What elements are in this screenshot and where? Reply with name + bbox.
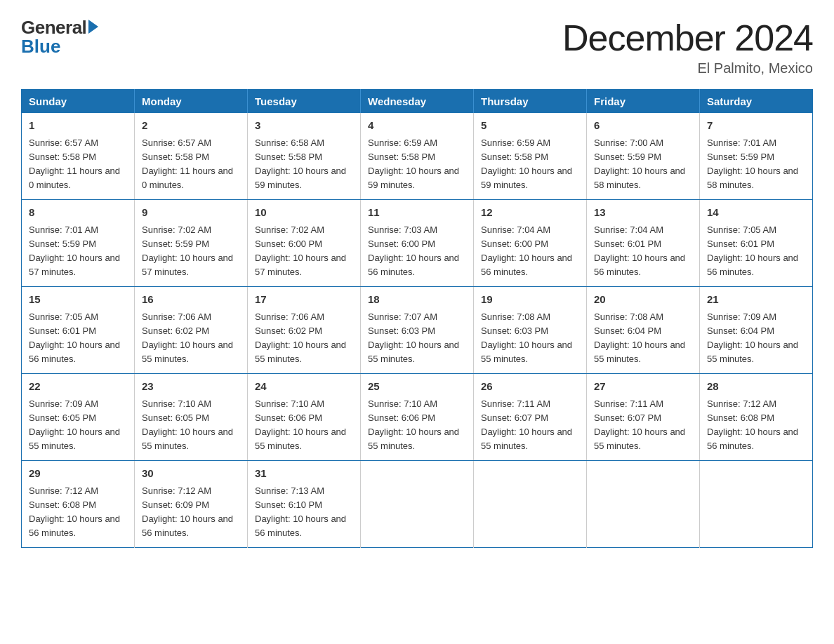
day-number: 10 — [255, 205, 353, 221]
day-number: 28 — [707, 379, 805, 395]
week-row-3: 15 Sunrise: 7:05 AMSunset: 6:01 PMDaylig… — [22, 287, 813, 374]
header-friday: Friday — [587, 90, 700, 114]
day-cell: 7 Sunrise: 7:01 AMSunset: 5:59 PMDayligh… — [700, 113, 813, 200]
day-cell: 11 Sunrise: 7:03 AMSunset: 6:00 PMDaylig… — [361, 200, 474, 287]
day-cell: 2 Sunrise: 6:57 AMSunset: 5:58 PMDayligh… — [135, 113, 248, 200]
day-cell: 30 Sunrise: 7:12 AMSunset: 6:09 PMDaylig… — [135, 461, 248, 548]
day-info: Sunrise: 6:59 AMSunset: 5:58 PMDaylight:… — [368, 136, 466, 193]
week-row-1: 1 Sunrise: 6:57 AMSunset: 5:58 PMDayligh… — [22, 113, 813, 200]
day-info: Sunrise: 7:07 AMSunset: 6:03 PMDaylight:… — [368, 310, 466, 367]
day-cell: 24 Sunrise: 7:10 AMSunset: 6:06 PMDaylig… — [248, 374, 361, 461]
day-number: 1 — [29, 118, 127, 134]
week-row-4: 22 Sunrise: 7:09 AMSunset: 6:05 PMDaylig… — [22, 374, 813, 461]
day-cell: 10 Sunrise: 7:02 AMSunset: 6:00 PMDaylig… — [248, 200, 361, 287]
day-cell: 8 Sunrise: 7:01 AMSunset: 5:59 PMDayligh… — [22, 200, 135, 287]
day-info: Sunrise: 6:59 AMSunset: 5:58 PMDaylight:… — [481, 136, 579, 193]
day-cell: 4 Sunrise: 6:59 AMSunset: 5:58 PMDayligh… — [361, 113, 474, 200]
day-cell — [474, 461, 587, 548]
day-info: Sunrise: 6:58 AMSunset: 5:58 PMDaylight:… — [255, 136, 353, 193]
day-number: 31 — [255, 466, 353, 482]
day-info: Sunrise: 6:57 AMSunset: 5:58 PMDaylight:… — [29, 136, 127, 193]
day-cell: 19 Sunrise: 7:08 AMSunset: 6:03 PMDaylig… — [474, 287, 587, 374]
header-tuesday: Tuesday — [248, 90, 361, 114]
day-info: Sunrise: 7:11 AMSunset: 6:07 PMDaylight:… — [594, 397, 692, 454]
day-cell: 14 Sunrise: 7:05 AMSunset: 6:01 PMDaylig… — [700, 200, 813, 287]
day-cell — [700, 461, 813, 548]
week-row-5: 29 Sunrise: 7:12 AMSunset: 6:08 PMDaylig… — [22, 461, 813, 548]
day-info: Sunrise: 7:09 AMSunset: 6:04 PMDaylight:… — [707, 310, 805, 367]
day-cell — [587, 461, 700, 548]
day-info: Sunrise: 7:03 AMSunset: 6:00 PMDaylight:… — [368, 223, 466, 280]
day-number: 19 — [481, 292, 579, 308]
day-info: Sunrise: 7:02 AMSunset: 5:59 PMDaylight:… — [142, 223, 240, 280]
day-number: 5 — [481, 118, 579, 134]
day-info: Sunrise: 7:09 AMSunset: 6:05 PMDaylight:… — [29, 397, 127, 454]
logo: General Blue — [21, 17, 98, 58]
day-cell: 23 Sunrise: 7:10 AMSunset: 6:05 PMDaylig… — [135, 374, 248, 461]
day-number: 17 — [255, 292, 353, 308]
day-info: Sunrise: 7:08 AMSunset: 6:03 PMDaylight:… — [481, 310, 579, 367]
day-info: Sunrise: 7:04 AMSunset: 6:00 PMDaylight:… — [481, 223, 579, 280]
day-info: Sunrise: 7:06 AMSunset: 6:02 PMDaylight:… — [142, 310, 240, 367]
day-number: 16 — [142, 292, 240, 308]
day-cell: 15 Sunrise: 7:05 AMSunset: 6:01 PMDaylig… — [22, 287, 135, 374]
day-cell: 25 Sunrise: 7:10 AMSunset: 6:06 PMDaylig… — [361, 374, 474, 461]
header-thursday: Thursday — [474, 90, 587, 114]
day-number: 25 — [368, 379, 466, 395]
day-cell: 27 Sunrise: 7:11 AMSunset: 6:07 PMDaylig… — [587, 374, 700, 461]
day-cell: 12 Sunrise: 7:04 AMSunset: 6:00 PMDaylig… — [474, 200, 587, 287]
day-cell — [361, 461, 474, 548]
day-number: 7 — [707, 118, 805, 134]
day-number: 27 — [594, 379, 692, 395]
day-cell: 21 Sunrise: 7:09 AMSunset: 6:04 PMDaylig… — [700, 287, 813, 374]
header-wednesday: Wednesday — [361, 90, 474, 114]
day-info: Sunrise: 7:10 AMSunset: 6:06 PMDaylight:… — [368, 397, 466, 454]
day-cell: 13 Sunrise: 7:04 AMSunset: 6:01 PMDaylig… — [587, 200, 700, 287]
day-info: Sunrise: 7:00 AMSunset: 5:59 PMDaylight:… — [594, 136, 692, 193]
day-number: 4 — [368, 118, 466, 134]
day-number: 2 — [142, 118, 240, 134]
day-number: 3 — [255, 118, 353, 134]
page-header: General Blue December 2024 El Palmito, M… — [21, 17, 813, 76]
day-number: 14 — [707, 205, 805, 221]
day-info: Sunrise: 7:12 AMSunset: 6:08 PMDaylight:… — [29, 484, 127, 541]
week-row-2: 8 Sunrise: 7:01 AMSunset: 5:59 PMDayligh… — [22, 200, 813, 287]
day-info: Sunrise: 7:08 AMSunset: 6:04 PMDaylight:… — [594, 310, 692, 367]
day-cell: 20 Sunrise: 7:08 AMSunset: 6:04 PMDaylig… — [587, 287, 700, 374]
day-info: Sunrise: 7:05 AMSunset: 6:01 PMDaylight:… — [707, 223, 805, 280]
day-number: 21 — [707, 292, 805, 308]
day-info: Sunrise: 7:02 AMSunset: 6:00 PMDaylight:… — [255, 223, 353, 280]
day-number: 24 — [255, 379, 353, 395]
day-number: 6 — [594, 118, 692, 134]
day-info: Sunrise: 7:11 AMSunset: 6:07 PMDaylight:… — [481, 397, 579, 454]
day-cell: 18 Sunrise: 7:07 AMSunset: 6:03 PMDaylig… — [361, 287, 474, 374]
day-info: Sunrise: 7:10 AMSunset: 6:06 PMDaylight:… — [255, 397, 353, 454]
day-info: Sunrise: 6:57 AMSunset: 5:58 PMDaylight:… — [142, 136, 240, 193]
day-cell: 26 Sunrise: 7:11 AMSunset: 6:07 PMDaylig… — [474, 374, 587, 461]
day-number: 22 — [29, 379, 127, 395]
day-number: 18 — [368, 292, 466, 308]
logo-blue-text: Blue — [21, 36, 60, 58]
month-title: December 2024 — [562, 17, 813, 59]
day-cell: 22 Sunrise: 7:09 AMSunset: 6:05 PMDaylig… — [22, 374, 135, 461]
day-number: 8 — [29, 205, 127, 221]
location-subtitle: El Palmito, Mexico — [562, 60, 813, 76]
header-sunday: Sunday — [22, 90, 135, 114]
day-info: Sunrise: 7:12 AMSunset: 6:09 PMDaylight:… — [142, 484, 240, 541]
day-cell: 6 Sunrise: 7:00 AMSunset: 5:59 PMDayligh… — [587, 113, 700, 200]
day-cell: 9 Sunrise: 7:02 AMSunset: 5:59 PMDayligh… — [135, 200, 248, 287]
day-cell: 29 Sunrise: 7:12 AMSunset: 6:08 PMDaylig… — [22, 461, 135, 548]
day-cell: 28 Sunrise: 7:12 AMSunset: 6:08 PMDaylig… — [700, 374, 813, 461]
day-cell: 16 Sunrise: 7:06 AMSunset: 6:02 PMDaylig… — [135, 287, 248, 374]
calendar-header-row: SundayMondayTuesdayWednesdayThursdayFrid… — [22, 90, 813, 114]
day-number: 13 — [594, 205, 692, 221]
header-saturday: Saturday — [700, 90, 813, 114]
header-monday: Monday — [135, 90, 248, 114]
day-number: 20 — [594, 292, 692, 308]
day-info: Sunrise: 7:05 AMSunset: 6:01 PMDaylight:… — [29, 310, 127, 367]
day-info: Sunrise: 7:13 AMSunset: 6:10 PMDaylight:… — [255, 484, 353, 541]
day-number: 15 — [29, 292, 127, 308]
day-number: 30 — [142, 466, 240, 482]
day-info: Sunrise: 7:04 AMSunset: 6:01 PMDaylight:… — [594, 223, 692, 280]
day-info: Sunrise: 7:10 AMSunset: 6:05 PMDaylight:… — [142, 397, 240, 454]
